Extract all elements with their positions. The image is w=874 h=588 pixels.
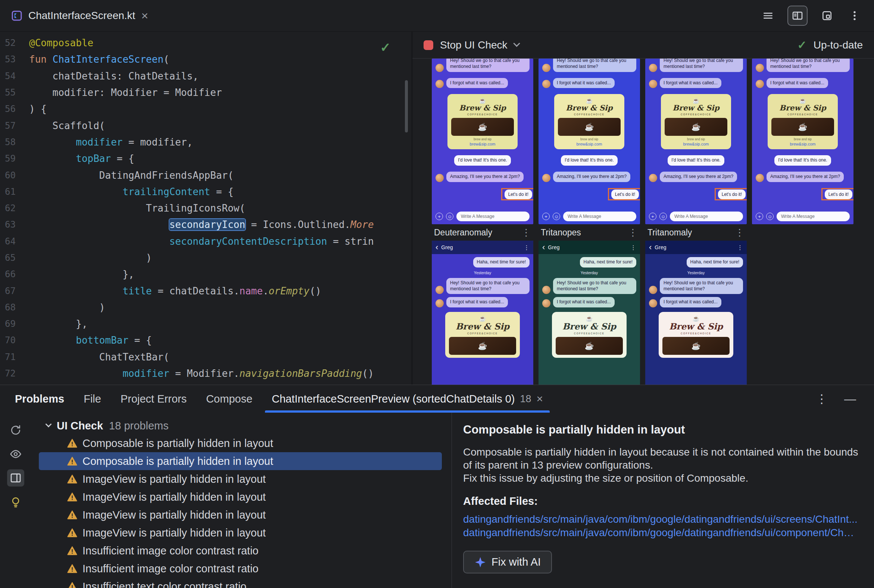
code-text[interactable]: }, [29, 268, 134, 280]
line-number[interactable]: 55 [0, 87, 29, 98]
line-number[interactable]: 67 [0, 286, 29, 296]
preview-card[interactable]: ‹ Greg ⋮ Haha, next time for sure! Yeste… [539, 241, 640, 385]
quick-fix-bulb-icon[interactable] [7, 493, 24, 510]
preview-menu-icon[interactable]: ⋮ [628, 227, 638, 238]
panel-tab[interactable]: Compose [196, 385, 262, 412]
code-editor[interactable]: 52 @Composable 53 fun ChatInterfaceScree… [0, 32, 411, 385]
code-text[interactable]: TrailingIconsRow( [29, 202, 245, 214]
line-number[interactable]: 64 [0, 236, 29, 247]
code-lines[interactable]: 52 @Composable 53 fun ChatInterfaceScree… [0, 35, 411, 385]
code-line[interactable]: 69 }, [0, 316, 411, 332]
editor-scrollbar[interactable] [405, 80, 408, 132]
code-text[interactable]: bottomBar = { [29, 334, 152, 346]
stop-ui-check-label[interactable]: Stop UI Check [440, 39, 508, 51]
code-line[interactable]: 73 onAddClick = [0, 382, 411, 385]
split-preview-icon[interactable] [787, 6, 808, 26]
code-line[interactable]: 60 DatingAndFriendsAppBar( [0, 167, 411, 183]
line-number[interactable]: 62 [0, 203, 29, 213]
line-number[interactable]: 60 [0, 170, 29, 181]
rerun-icon[interactable] [7, 422, 24, 439]
code-line[interactable]: 65 ) [0, 250, 411, 266]
problem-row[interactable]: Insufficient image color contrast ratio [39, 560, 442, 578]
inspections-ok-icon[interactable]: ✓ [380, 40, 391, 55]
code-text[interactable]: title = chatDetails.name.orEmpty() [29, 285, 321, 297]
minimize-panel-icon[interactable]: — [844, 392, 856, 406]
code-line[interactable]: 68 ) [0, 299, 411, 316]
code-line[interactable]: 67 title = chatDetails.name.orEmpty() [0, 282, 411, 299]
affected-file-link[interactable]: datingandfriends/src/main/java/com/ibm/g… [463, 526, 859, 540]
line-number[interactable]: 61 [0, 186, 29, 197]
problem-row[interactable]: Composable is partially hidden in layout [39, 452, 442, 470]
code-line[interactable]: 55 modifier: Modifier = Modifier [0, 84, 411, 101]
problem-row[interactable]: ImageView is partially hidden in layout [39, 488, 442, 506]
collapse-chevron-icon[interactable] [45, 421, 52, 428]
code-text[interactable]: onAddClick = [29, 384, 192, 385]
code-line[interactable]: 57 Scaffold( [0, 117, 411, 134]
code-text[interactable]: ) { [29, 104, 47, 114]
code-line[interactable]: 64 secondaryContentDescription = strin [0, 233, 411, 250]
code-line[interactable]: 56 ) { [0, 101, 411, 117]
close-tab-icon[interactable]: × [537, 393, 544, 405]
code-line[interactable]: 61 trailingContent = { [0, 184, 411, 200]
code-line[interactable]: 58 modifier = modifier, [0, 134, 411, 150]
preview-card[interactable]: Hey! Should we go to that cafe you menti… [645, 58, 747, 224]
line-number[interactable]: 58 [0, 137, 29, 147]
code-line[interactable]: 59 topBar = { [0, 150, 411, 167]
code-line[interactable]: 72 modifier = Modifier.navigationBarsPad… [0, 365, 411, 382]
problem-row[interactable]: Insufficient image color contrast ratio [39, 542, 442, 560]
problem-row[interactable]: ImageView is partially hidden in layout [39, 524, 442, 542]
code-line[interactable]: 63 secondaryIcon = Icons.Outlined.More [0, 216, 411, 233]
problem-row[interactable]: ImageView is partially hidden in layout [39, 506, 442, 524]
preview-menu-icon[interactable]: ⋮ [521, 227, 531, 238]
problem-row[interactable]: Composable is partially hidden in layout [39, 434, 442, 452]
code-text[interactable]: fun ChatInterfaceScreen( [29, 54, 170, 65]
editor-tab[interactable]: ChatInterfaceScreen.kt × [0, 0, 159, 32]
close-tab-icon[interactable]: × [141, 10, 148, 22]
code-text[interactable]: modifier: Modifier = Modifier [29, 87, 222, 98]
panel-options-icon[interactable]: ⋮ [816, 392, 828, 406]
code-text[interactable]: DatingAndFriendsAppBar( [29, 170, 234, 181]
line-number[interactable]: 59 [0, 153, 29, 164]
line-number[interactable]: 71 [0, 352, 29, 362]
open-editors-icon[interactable] [760, 8, 776, 24]
fix-with-ai-button[interactable]: Fix with AI [463, 551, 552, 573]
code-line[interactable]: 66 }, [0, 266, 411, 282]
code-text[interactable]: chatDetails: ChatDetails, [29, 70, 198, 82]
code-line[interactable]: 54 chatDetails: ChatDetails, [0, 68, 411, 84]
preview-card[interactable]: Hey! Should we go to that cafe you menti… [539, 58, 640, 224]
code-text[interactable]: @Composable [29, 37, 93, 48]
more-actions-icon[interactable] [846, 8, 863, 24]
panel-tab[interactable]: Project Errors [111, 385, 196, 412]
panel-tab[interactable]: Problems [5, 385, 74, 412]
stop-icon[interactable] [423, 40, 433, 50]
code-text[interactable]: ) [29, 302, 105, 313]
line-number[interactable]: 63 [0, 219, 29, 230]
code-line[interactable]: 62 TrailingIconsRow( [0, 200, 411, 216]
code-text[interactable]: secondaryContentDescription = strin [29, 236, 374, 247]
ui-check-group-row[interactable]: UI Check 18 problems [32, 417, 452, 434]
code-text[interactable]: trailingContent = { [29, 186, 234, 197]
code-text[interactable]: Scaffold( [29, 120, 105, 131]
line-number[interactable]: 65 [0, 253, 29, 263]
preview-menu-icon[interactable]: ⋮ [735, 227, 745, 238]
affected-file-link[interactable]: datingandfriends/src/main/java/com/ibm/g… [463, 513, 859, 526]
preview-card[interactable]: Hey! Should we go to that cafe you menti… [752, 58, 853, 224]
line-number[interactable]: 68 [0, 302, 29, 313]
code-text[interactable]: topBar = { [29, 153, 134, 164]
code-line[interactable]: 53 fun ChatInterfaceScreen( [0, 51, 411, 68]
line-number[interactable]: 57 [0, 120, 29, 131]
code-text[interactable]: ) [29, 252, 152, 263]
code-text[interactable]: modifier = Modifier.navigationBarsPaddin… [29, 368, 374, 379]
code-line[interactable]: 52 @Composable [0, 35, 411, 51]
code-text[interactable]: ChatTextBar( [29, 351, 170, 363]
line-number[interactable]: 72 [0, 368, 29, 379]
code-text[interactable]: secondaryIcon = Icons.Outlined.More [29, 219, 374, 230]
line-number[interactable]: 66 [0, 269, 29, 279]
preview-grid[interactable]: Hey! Should we go to that cafe you menti… [412, 58, 874, 385]
line-number[interactable]: 69 [0, 319, 29, 329]
preview-card[interactable]: ‹ Greg ⋮ Haha, next time for sure! Yeste… [645, 241, 747, 385]
problem-row[interactable]: Insufficient text color contrast ratio [39, 578, 442, 588]
line-number[interactable]: 56 [0, 104, 29, 114]
code-text[interactable]: }, [29, 318, 88, 330]
preview-card[interactable]: ‹ Greg ⋮ Haha, next time for sure! Yeste… [432, 241, 533, 385]
